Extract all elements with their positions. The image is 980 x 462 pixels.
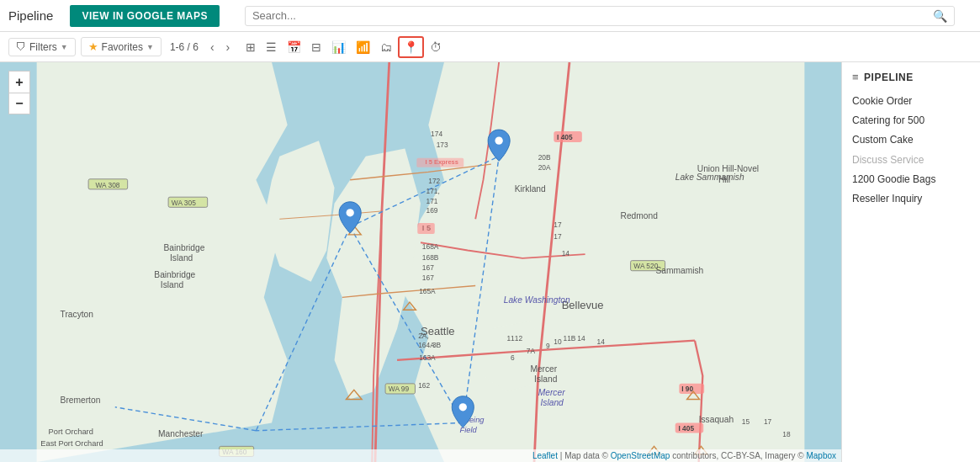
view-table-button[interactable]: ⊟ <box>307 38 326 56</box>
search-input[interactable] <box>252 9 933 22</box>
view-layers-button[interactable]: 🗂 <box>376 38 396 56</box>
view-clock-button[interactable]: ⏱ <box>426 38 446 56</box>
search-icon: 🔍 <box>933 9 947 23</box>
svg-text:172: 172 <box>428 177 440 185</box>
svg-point-87 <box>347 209 354 216</box>
svg-text:Island: Island <box>534 374 558 384</box>
svg-text:Bainbridge: Bainbridge <box>154 270 195 279</box>
svg-text:Island: Island <box>170 253 193 263</box>
view-barchart-button[interactable]: 📊 <box>327 38 350 56</box>
svg-text:I 405: I 405 <box>678 424 694 433</box>
svg-text:20B: 20B <box>538 153 551 162</box>
svg-text:Port Orchard: Port Orchard <box>49 427 93 436</box>
svg-text:Island: Island <box>161 280 184 289</box>
svg-rect-10 <box>417 223 434 234</box>
sidebar-item-custom-cake[interactable]: Custom Cake <box>852 130 970 150</box>
sidebar-item-catering[interactable]: Catering for 500 <box>852 111 970 130</box>
map-container: 174 173 I 5 Express 172 171, 171 169 I 5… <box>0 62 841 462</box>
svg-text:Lake Washington: Lake Washington <box>504 295 570 305</box>
svg-text:Redmond: Redmond <box>621 211 659 220</box>
attribution-contributors: contributors, CC-BY-SA, Imagery © <box>672 451 806 460</box>
svg-text:165A: 165A <box>419 287 436 295</box>
sidebar-item-discuss-service[interactable]: Discuss Service <box>852 151 970 170</box>
zoom-out-button[interactable]: − <box>8 93 30 114</box>
favorites-label: Favorites <box>102 41 143 53</box>
svg-text:17: 17 <box>554 232 562 241</box>
view-signal-button[interactable]: 📶 <box>352 38 374 56</box>
svg-rect-4 <box>416 158 464 167</box>
svg-text:3B: 3B <box>432 341 442 349</box>
svg-text:Lake Sammamish: Lake Sammamish <box>675 173 744 182</box>
favorites-caret: ▼ <box>146 43 154 51</box>
svg-text:171,: 171, <box>426 187 440 195</box>
sidebar-item-reseller[interactable]: Reseller Inquiry <box>852 189 970 209</box>
svg-point-86 <box>495 136 502 144</box>
toolbar: ⛉ Filters ▼ ★ Favorites ▼ 1-6 / 6 ‹ › ⊞ … <box>0 32 980 62</box>
svg-text:Seattle: Seattle <box>421 325 455 337</box>
filters-caret: ▼ <box>61 43 68 51</box>
svg-text:14: 14 <box>562 249 570 258</box>
osm-link[interactable]: OpenStreetMap <box>611 451 670 460</box>
map-area[interactable]: 174 173 I 5 Express 172 171, 171 169 I 5… <box>0 62 841 462</box>
sidebar-item-goodie-bags[interactable]: 1200 Goodie Bags <box>852 170 970 189</box>
filter-icon: ⛉ <box>16 41 26 53</box>
pagination-prev[interactable]: ‹ <box>207 39 218 56</box>
svg-text:I 405: I 405 <box>557 133 573 141</box>
filters-button[interactable]: ⛉ Filters ▼ <box>8 38 76 56</box>
svg-text:Bainbridge: Bainbridge <box>164 243 205 252</box>
zoom-in-button[interactable]: + <box>8 71 30 93</box>
map-attribution: Leaflet | Map data © OpenStreetMap contr… <box>0 449 841 462</box>
svg-point-88 <box>459 403 467 411</box>
svg-text:17: 17 <box>764 417 772 426</box>
view-calendar-button[interactable]: 📅 <box>283 38 305 56</box>
star-icon: ★ <box>88 40 98 53</box>
svg-text:18: 18 <box>782 430 791 438</box>
view-grid-button[interactable]: ⊞ <box>241 38 260 56</box>
svg-text:East Port Orchard: East Port Orchard <box>40 439 103 448</box>
svg-text:I 90: I 90 <box>681 385 693 393</box>
svg-text:169: 169 <box>426 206 438 215</box>
favorites-button[interactable]: ★ Favorites ▼ <box>81 37 162 56</box>
view-list-button[interactable]: ☰ <box>262 38 281 56</box>
app-title: Pipeline <box>8 8 53 23</box>
svg-text:Manchester: Manchester <box>158 429 204 438</box>
svg-text:Issaquah: Issaquah <box>699 415 734 424</box>
filters-label: Filters <box>29 41 57 53</box>
svg-text:Mercer: Mercer <box>538 388 565 397</box>
svg-text:174: 174 <box>431 130 442 138</box>
map-zoom-controls: + − <box>8 71 30 114</box>
attribution-leaflet: Leaflet <box>532 451 558 460</box>
mapbox-link[interactable]: Mapbox <box>806 451 836 460</box>
pagination-info: 1-6 / 6 <box>170 41 199 53</box>
svg-text:17: 17 <box>554 220 562 229</box>
google-maps-button[interactable]: VIEW IN GOOGLE MAPS <box>70 5 220 27</box>
svg-text:WA 520: WA 520 <box>633 262 658 270</box>
svg-text:14: 14 <box>597 337 606 346</box>
attribution-text: | Map data © <box>560 451 611 460</box>
svg-text:168A: 168A <box>422 242 439 251</box>
pagination-next[interactable]: › <box>223 39 234 56</box>
svg-text:11B: 11B <box>564 334 576 343</box>
svg-text:163A: 163A <box>419 353 436 362</box>
view-pin-button[interactable]: 📍 <box>398 36 424 58</box>
sidebar: ≡ PIPELINE Cookie Order Catering for 500… <box>841 62 980 462</box>
svg-text:10: 10 <box>554 337 562 346</box>
svg-text:171: 171 <box>426 197 438 205</box>
svg-text:Kirkland: Kirkland <box>515 184 546 194</box>
svg-text:167: 167 <box>422 263 434 272</box>
svg-text:168B: 168B <box>422 253 439 262</box>
svg-text:WA 99: WA 99 <box>389 385 410 393</box>
svg-text:Tracyton: Tracyton <box>61 310 94 319</box>
main-content: 174 173 I 5 Express 172 171, 171 169 I 5… <box>0 62 980 462</box>
sidebar-title: PIPELINE <box>864 72 914 83</box>
svg-text:Mercer: Mercer <box>530 364 557 374</box>
svg-text:20A: 20A <box>538 163 551 172</box>
view-icons: ⊞ ☰ 📅 ⊟ 📊 📶 🗂 📍 ⏱ <box>241 36 446 58</box>
svg-text:173: 173 <box>437 141 448 149</box>
leaflet-link[interactable]: Leaflet <box>532 451 558 460</box>
search-bar: 🔍 <box>245 6 955 26</box>
sidebar-item-cookie-order[interactable]: Cookie Order <box>852 92 970 111</box>
svg-text:WA 305: WA 305 <box>172 199 196 207</box>
map-svg: 174 173 I 5 Express 172 171, 171 169 I 5… <box>0 62 841 462</box>
svg-text:Sammamish: Sammamish <box>655 266 703 275</box>
